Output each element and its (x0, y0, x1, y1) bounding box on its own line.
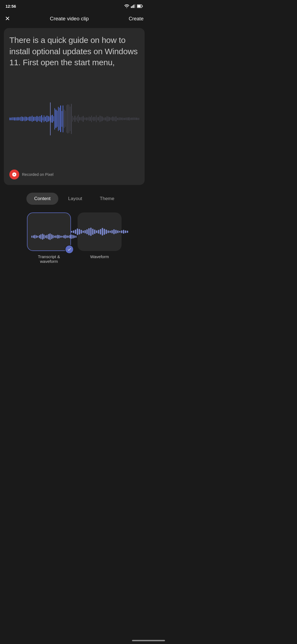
signal-icon (131, 4, 135, 8)
svg-rect-0 (131, 6, 132, 8)
tab-theme[interactable]: Theme (92, 193, 122, 205)
top-bar: ✕ Create video clip Create (0, 11, 148, 26)
svg-rect-3 (135, 4, 136, 8)
option-label-transcript-waveform: Transcript &waveform (38, 254, 60, 264)
status-bar: 12:56 (0, 0, 148, 11)
content-options: Transcript &waveform Waveform (0, 210, 148, 272)
create-button[interactable]: Create (129, 16, 144, 22)
svg-rect-1 (132, 6, 133, 8)
preview-card: There is a quick guide on how to install… (4, 28, 145, 185)
mini-waveform-icon (31, 232, 76, 242)
close-button[interactable]: ✕ (5, 16, 10, 22)
svg-rect-5 (138, 5, 141, 7)
option-waveform[interactable]: Waveform (78, 212, 122, 264)
content-tabs: Content Layout Theme (0, 187, 148, 210)
svg-rect-2 (133, 5, 134, 8)
option-card-transcript-waveform[interactable] (27, 212, 71, 251)
option-label-waveform: Waveform (90, 254, 109, 259)
recorded-text: Recorded on Pixel (22, 172, 53, 177)
option-transcript-waveform[interactable]: Transcript &waveform (27, 212, 71, 264)
transcript-text: There is a quick guide on how to install… (9, 35, 139, 68)
wifi-icon (124, 4, 129, 8)
waveform-visual (9, 102, 139, 135)
recorded-badge: Recorded on Pixel (9, 170, 139, 179)
battery-icon (137, 4, 143, 8)
tab-layout[interactable]: Layout (61, 193, 90, 205)
svg-rect-6 (142, 6, 143, 7)
status-icons (124, 4, 143, 8)
status-time: 12:56 (6, 4, 16, 9)
page-title: Create video clip (50, 16, 89, 22)
option-card-waveform[interactable] (78, 212, 122, 251)
selected-check-badge (65, 245, 74, 254)
pixel-recorder-icon (9, 170, 19, 179)
mini-waveform-only-icon (71, 223, 128, 240)
tab-content[interactable]: Content (26, 193, 58, 205)
